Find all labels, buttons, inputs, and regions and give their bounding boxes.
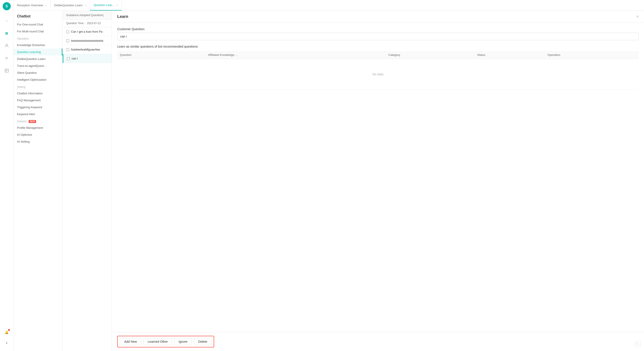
sidebar-title: Chatbot (14, 14, 62, 21)
collapse-icon[interactable]: ⤡ (635, 341, 640, 347)
no-data-row: No data (117, 59, 639, 90)
col-header-affiliated-knowledge: Affiliated Knowledge ... (205, 51, 386, 59)
col-header-status: Status (474, 51, 545, 59)
col-header-category: Category (386, 51, 474, 59)
user-icon[interactable] (3, 42, 10, 49)
question-item-1-checkbox[interactable] (66, 39, 69, 42)
customer-question-input[interactable] (117, 33, 639, 40)
no-data-cell: No data (117, 59, 639, 90)
sidebar-item-silent-question[interactable]: Silent Question (14, 69, 62, 76)
question-item-3[interactable]: can i (63, 54, 112, 63)
left-sidebar: Chatbot For One-round Chat For Multi-rou… (14, 11, 63, 351)
setting-section-label: Setting (14, 83, 62, 90)
col-header-question: Question (117, 51, 205, 59)
operation-section-label: Operation (14, 35, 62, 41)
question-item-1[interactable]: aaaaaaaaaaaaaaaaaaaa (63, 36, 112, 45)
question-item-2[interactable]: fsdafwefeafdfgvaerfwe (63, 45, 112, 54)
app-logo[interactable]: S (3, 2, 11, 10)
question-list-header: Guidance Adopted Question( (63, 11, 112, 20)
delete-button[interactable]: Delete (194, 338, 212, 345)
similar-questions-label: Learn as similar questions of bot recomm… (117, 45, 639, 48)
sobotai-badge: NEW (29, 120, 36, 123)
question-items: Can I get a loan from Pa aaaaaaaaaaaaaaa… (63, 27, 112, 351)
action-bar: Add New Learned Other Ignore Delete (112, 332, 644, 351)
learn-title: Learn (117, 14, 128, 19)
sidebar-item-ai-setting[interactable]: AI Setting (14, 138, 62, 145)
tab-reception-overview[interactable]: Reception Overview × (14, 0, 50, 10)
question-item-3-checkbox[interactable] (67, 57, 70, 60)
svg-point-0 (6, 44, 8, 46)
sidebar-item-ai-optimize[interactable]: AI Optimize (14, 131, 62, 138)
notification-dot (8, 329, 10, 331)
customer-question-label: Customer Question: (117, 27, 639, 31)
sidebar-item-faq-management[interactable]: FAQ Management (14, 97, 62, 104)
book-icon[interactable] (3, 67, 10, 74)
tab-dislike-question-learn-close[interactable]: × (85, 4, 86, 7)
download-icon[interactable]: ⬇ (3, 339, 10, 347)
tab-dislike-question-learn[interactable]: DislikeQuestion Learn × (50, 0, 90, 10)
ignore-button[interactable]: Ignore (174, 338, 192, 345)
svg-rect-1 (5, 69, 8, 72)
sidebar-item-chatbot-information[interactable]: Chatbot Information (14, 90, 62, 97)
question-item-2-checkbox[interactable] (66, 48, 69, 51)
question-list-panel: Guidance Adopted Question( Question Time… (63, 11, 112, 351)
action-bar-inner: Add New Learned Other Ignore Delete (117, 336, 214, 348)
learn-close-button[interactable]: × (636, 14, 639, 19)
tabs-bar: Reception Overview × DislikeQuestion Lea… (14, 0, 644, 11)
sidebar-item-intelligent-optimization[interactable]: Intelligent Optimization (14, 76, 62, 83)
sidebar-item-trans-to-agent[interactable]: Trans-to-agentQuest... (14, 62, 62, 69)
question-item-0-checkbox[interactable] (66, 30, 69, 33)
sidebar-item-question-learning[interactable]: Question Learning (14, 48, 62, 55)
learn-body: Customer Question: Learn as similar ques… (112, 23, 644, 332)
home-icon[interactable]: ⌂ (3, 17, 10, 24)
learn-header: Learn × (112, 11, 644, 23)
sidebar-item-keyword-alert[interactable]: Keyword Alert (14, 111, 62, 118)
learned-other-button[interactable]: Learned Other (144, 338, 172, 345)
similar-questions-table: Question Affiliated Knowledge ... Catego… (117, 51, 639, 90)
sidebar-item-triggering-keyword[interactable]: Triggering Keyword (14, 104, 62, 111)
dashboard-icon[interactable]: ▦ (3, 29, 10, 37)
col-header-operation: Operation (545, 51, 639, 59)
sidebar-item-for-one-round[interactable]: For One-round Chat (14, 21, 62, 28)
sidebar-item-dislike-question-learn[interactable]: DislikeQuestion Learn (14, 55, 62, 62)
icon-bar: S ⌂ ▦ ⚙ 🔔 ⬇ (0, 0, 14, 351)
tab-reception-overview-close[interactable]: × (45, 4, 46, 7)
tab-question-learn[interactable]: Question Lear... × (90, 0, 122, 10)
learn-panel: Learn × Customer Question: Learn as simi… (112, 11, 644, 351)
sidebar-item-for-multi-round[interactable]: For Multi-round Chat (14, 28, 62, 35)
notification-icon[interactable]: 🔔 (3, 329, 10, 336)
tab-question-learn-close[interactable]: × (116, 4, 118, 6)
add-new-button[interactable]: Add New (120, 338, 141, 345)
sidebar-item-knowledge-extraction[interactable]: Knowledge Extraction (14, 41, 62, 48)
sidebar-item-profile-management[interactable]: Profile Management (14, 124, 62, 131)
sobotai-section-label: SobotAI NEW (14, 118, 62, 124)
settings-icon[interactable]: ⚙ (3, 54, 10, 62)
question-item-0[interactable]: Can I get a loan from Pa (63, 27, 112, 36)
question-time-bar: Question Time： 2023-07-22 (63, 20, 112, 27)
